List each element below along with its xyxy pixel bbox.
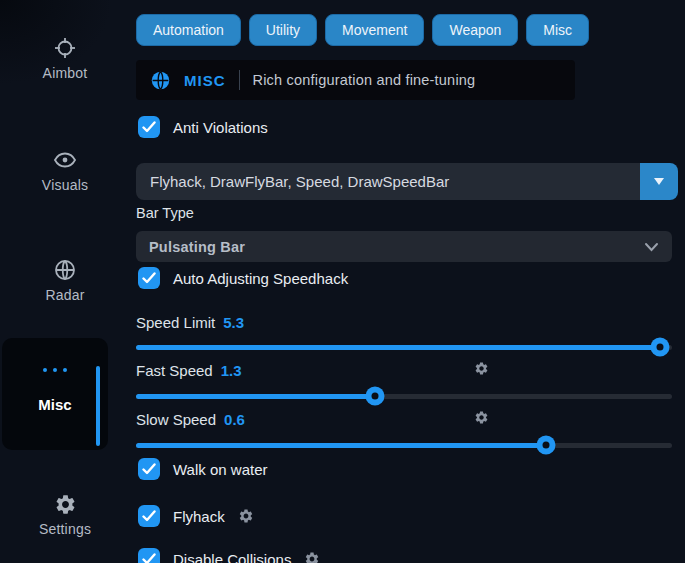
checkbox-checked-icon[interactable] (138, 548, 160, 563)
tab-automation[interactable]: Automation (136, 14, 241, 46)
slider-fill (136, 394, 375, 399)
checkbox-checked-icon[interactable] (138, 267, 160, 289)
sidebar-item-label: Visuals (0, 177, 130, 193)
bar-type-label: Bar Type (136, 205, 194, 221)
sidebar-item-settings[interactable]: Settings (0, 493, 130, 537)
tab-misc[interactable]: Misc (526, 14, 589, 46)
checkbox-checked-icon[interactable] (138, 458, 160, 480)
slider-fill (136, 345, 660, 350)
bar-flags-select[interactable]: Flyhack, DrawFlyBar, Speed, DrawSpeedBar (136, 163, 678, 200)
crosshair-icon (0, 36, 130, 60)
sidebar-item-aimbot[interactable]: Aimbot (0, 36, 130, 81)
gear-icon[interactable] (474, 410, 489, 428)
chevron-down-icon (644, 242, 659, 252)
ellipsis-icon (2, 368, 108, 372)
slider-handle[interactable] (537, 436, 556, 455)
checkbox-auto-adjusting-speedhack[interactable]: Auto Adjusting Speedhack (138, 267, 348, 289)
checkbox-checked-icon[interactable] (138, 116, 160, 138)
bar-type-value: Pulsating Bar (149, 239, 245, 255)
tab-weapon[interactable]: Weapon (432, 14, 518, 46)
category-tabs: Automation Utility Movement Weapon Misc (136, 14, 589, 46)
slider-fill (136, 443, 546, 448)
checkbox-checked-icon[interactable] (138, 505, 160, 527)
speed-limit-value: 5.3 (223, 314, 244, 331)
checkbox-label: Disable Collisions (173, 551, 291, 563)
sidebar-item-visuals[interactable]: Visuals (0, 148, 130, 193)
checkbox-label: Auto Adjusting Speedhack (173, 270, 348, 287)
slow-speed-label: Slow Speed 0.6 (136, 411, 245, 428)
sidebar-item-misc[interactable]: Misc (2, 338, 108, 450)
checkbox-label: Walk on water (173, 461, 267, 478)
fast-speed-value: 1.3 (221, 362, 242, 379)
sidebar-item-radar[interactable]: Radar (0, 258, 130, 303)
bar-type-select[interactable]: Pulsating Bar (136, 231, 672, 262)
slider-handle[interactable] (366, 387, 385, 406)
triangle-down-icon (652, 176, 666, 188)
gear-icon (0, 493, 130, 516)
fast-speed-label: Fast Speed 1.3 (136, 362, 242, 379)
checkbox-disable-collisions[interactable]: Disable Collisions (138, 548, 320, 563)
sidebar: Aimbot Visuals Radar Misc Set (0, 0, 130, 563)
gear-icon[interactable] (474, 361, 489, 379)
bar-flags-value: Flyhack, DrawFlyBar, Speed, DrawSpeedBar (136, 163, 640, 200)
section-title: MISC (184, 72, 226, 89)
checkbox-flyhack[interactable]: Flyhack (138, 505, 254, 527)
gear-icon[interactable] (238, 508, 254, 524)
tab-utility[interactable]: Utility (249, 14, 317, 46)
gear-icon[interactable] (304, 551, 320, 563)
checkbox-anti-violations[interactable]: Anti Violations (138, 116, 268, 138)
globe-icon (0, 258, 130, 282)
main-panel: Automation Utility Movement Weapon Misc … (136, 0, 685, 563)
sidebar-item-label: Radar (0, 287, 130, 303)
checkbox-label: Flyhack (173, 508, 225, 525)
sidebar-item-label: Settings (0, 521, 130, 537)
slider-handle[interactable] (651, 338, 670, 357)
globe-icon (150, 70, 171, 91)
dropdown-button[interactable] (640, 163, 678, 200)
active-indicator (96, 366, 100, 446)
eye-icon (0, 148, 130, 172)
divider (239, 70, 240, 90)
slow-speed-slider[interactable] (136, 438, 672, 453)
checkbox-walk-on-water[interactable]: Walk on water (138, 458, 267, 480)
section-header: MISC Rich configuration and fine-tuning (136, 60, 575, 100)
tab-movement[interactable]: Movement (325, 14, 424, 46)
sidebar-item-label: Misc (2, 396, 108, 413)
fast-speed-slider[interactable] (136, 389, 672, 404)
checkbox-label: Anti Violations (173, 119, 268, 136)
section-subtitle: Rich configuration and fine-tuning (253, 72, 476, 88)
sidebar-item-label: Aimbot (0, 65, 130, 81)
slow-speed-value: 0.6 (224, 411, 245, 428)
speed-limit-slider[interactable] (136, 340, 672, 355)
speed-limit-label: Speed Limit 5.3 (136, 314, 244, 331)
